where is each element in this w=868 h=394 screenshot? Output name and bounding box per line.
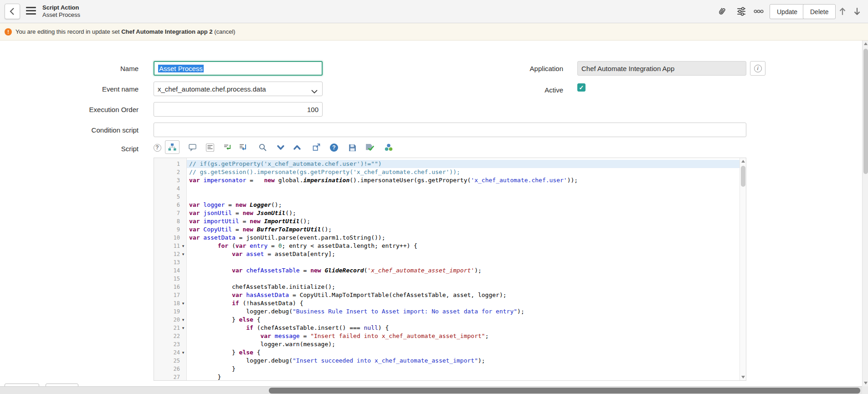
condition-script-input[interactable] <box>154 123 746 137</box>
triangle-down-icon <box>864 382 868 384</box>
arrow-down-icon <box>852 6 862 16</box>
page-scroll-up-button[interactable] <box>863 41 868 47</box>
application-field: Chef Automate Integration App <box>577 61 746 76</box>
code-line[interactable]: logger.warn(message); <box>187 340 740 348</box>
line-number: 4 <box>154 185 180 192</box>
code-line[interactable] <box>187 193 740 201</box>
find-previous-button[interactable] <box>291 142 303 154</box>
triangle-up-icon <box>741 160 745 163</box>
paperclip-icon <box>717 6 727 16</box>
update-button[interactable]: Update <box>770 4 805 19</box>
form-context-menu-button[interactable] <box>26 7 37 16</box>
replace-icon <box>223 143 232 152</box>
line-number: 14 <box>154 267 180 274</box>
code-line[interactable]: var assetData = jsonUtil.parse(event.par… <box>187 234 740 242</box>
code-line[interactable]: } <box>187 365 740 373</box>
syntax-editor-toggle-button[interactable] <box>165 140 180 154</box>
code-line[interactable] <box>187 184 740 193</box>
code-line[interactable] <box>187 258 740 266</box>
editor-scroll-up-button[interactable] <box>740 158 746 164</box>
gutter-row: 17 <box>154 291 186 299</box>
code-line[interactable]: chefAssetsTable.initialize(); <box>187 283 740 291</box>
more-options-button[interactable] <box>753 5 765 17</box>
code-line[interactable]: } else { <box>187 316 740 324</box>
macros-button[interactable] <box>383 142 395 154</box>
editor-code-area[interactable]: // if(gs.getProperty('x_chef_automate.ch… <box>187 158 740 380</box>
execution-order-label: Execution Order <box>29 106 139 113</box>
name-input[interactable]: Asset Process <box>154 61 323 76</box>
validate-script-button[interactable] <box>364 142 375 154</box>
code-fold-icon[interactable]: ▾ <box>180 348 186 357</box>
code-line[interactable]: for (var entry = 0; entry < assetData.le… <box>187 242 740 250</box>
code-line[interactable]: if (chefAssetsTable.insert() === null) { <box>187 324 740 332</box>
code-line[interactable]: var importUtil = new ImportUtil(); <box>187 217 740 225</box>
gutter-row: 3 <box>154 176 186 184</box>
gutter-row: 21▾ <box>154 324 186 332</box>
line-number: 16 <box>154 284 180 290</box>
code-line[interactable] <box>187 275 740 283</box>
replace-all-button[interactable] <box>237 142 249 154</box>
gutter-row: 18▾ <box>154 299 186 307</box>
back-button[interactable] <box>5 4 20 19</box>
previous-record-button[interactable] <box>837 5 848 17</box>
code-line[interactable]: var logger = new Logger(); <box>187 201 740 209</box>
execution-order-input[interactable]: 100 <box>154 102 323 117</box>
field-help-button[interactable]: ? <box>151 142 163 154</box>
code-line[interactable]: var CopyUtil = new BufferToImportUtil(); <box>187 225 740 234</box>
active-checkbox[interactable]: ✓ <box>577 83 586 92</box>
format-code-button[interactable] <box>204 142 216 154</box>
code-line[interactable]: } <box>187 373 740 380</box>
script-label: Script <box>29 145 139 153</box>
code-fold-icon[interactable]: ▾ <box>180 299 186 307</box>
open-fullscreen-button[interactable] <box>311 142 323 154</box>
find-next-button[interactable] <box>275 142 287 154</box>
line-number: 12 <box>154 251 180 257</box>
page-scroll-down-button[interactable] <box>863 380 868 386</box>
line-number: 5 <box>154 194 180 200</box>
code-line[interactable]: var impersonator = new global.impersinat… <box>187 176 740 184</box>
code-line[interactable]: logger.debug("Insert succeeded into x_ch… <box>187 357 740 365</box>
replace-button[interactable] <box>221 142 233 154</box>
code-line[interactable]: } else { <box>187 348 740 357</box>
page-vertical-scrollbar[interactable] <box>862 41 868 386</box>
page-horizontal-scrollbar[interactable] <box>0 386 868 394</box>
page-horizontal-scrollbar-thumb[interactable] <box>269 388 860 394</box>
event-name-value: x_chef_automate.chef.process.data <box>158 85 266 93</box>
next-record-button[interactable] <box>851 5 863 17</box>
gutter-row: 1 <box>154 160 186 168</box>
code-line[interactable]: logger.debug("Business Rule Insert to As… <box>187 307 740 316</box>
code-fold-icon[interactable]: ▾ <box>180 242 186 250</box>
code-line[interactable]: var chefAssetsTable = new GlideRecord('x… <box>187 266 740 275</box>
cancel-update-set-link[interactable]: (cancel) <box>213 28 236 35</box>
save-script-button[interactable] <box>346 142 358 154</box>
delete-button[interactable]: Delete <box>803 4 836 19</box>
editor-scrollbar[interactable] <box>740 158 746 380</box>
gutter-row: 9 <box>154 225 186 234</box>
code-line[interactable]: var hasAssetData = CopyUtil.MapToImportT… <box>187 291 740 299</box>
application-info-button[interactable]: i <box>750 61 765 76</box>
script-editor[interactable]: 1234567891011▾12▾131415161718▾1920▾21▾22… <box>154 158 746 381</box>
personalize-form-button[interactable] <box>735 5 747 17</box>
page-vertical-scrollbar-thumb[interactable] <box>863 49 868 174</box>
search-button[interactable] <box>257 142 269 154</box>
event-name-select[interactable]: x_chef_automate.chef.process.data <box>154 82 323 96</box>
code-line[interactable]: var asset = assetData[entry]; <box>187 250 740 258</box>
editor-scrollbar-thumb[interactable] <box>741 166 745 187</box>
code-fold-icon[interactable]: ▾ <box>180 316 186 324</box>
attachments-button[interactable] <box>716 5 728 17</box>
editor-scroll-down-button[interactable] <box>740 374 746 380</box>
code-fold-icon[interactable]: ▾ <box>180 324 186 332</box>
code-line[interactable]: var message = "Insert failed into x_chef… <box>187 332 740 340</box>
gutter-row: 14 <box>154 266 186 275</box>
name-value-selected: Asset Process <box>158 65 204 72</box>
code-fold-icon[interactable]: ▾ <box>180 250 186 258</box>
hamburger-icon <box>26 7 36 8</box>
line-number: 25 <box>154 358 180 364</box>
scripting-help-button[interactable]: ? <box>328 142 340 154</box>
code-line[interactable]: if (!hasAssetData) { <box>187 299 740 307</box>
code-line[interactable]: // gs.getSession().impersonate(gs.getPro… <box>187 168 740 176</box>
gutter-row: 5 <box>154 193 186 201</box>
toggle-comment-button[interactable] <box>187 142 199 154</box>
code-line[interactable]: var jsonUtil = new JsonUtil(); <box>187 209 740 217</box>
code-line[interactable]: // if(gs.getProperty('x_chef_automate.ch… <box>187 160 740 168</box>
